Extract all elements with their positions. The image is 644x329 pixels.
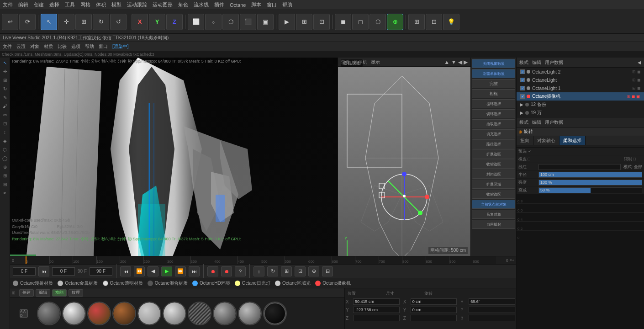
axis-y[interactable]: Y xyxy=(149,14,165,30)
sidebar-icon-paint[interactable]: 🖌 xyxy=(1,102,9,110)
coord-y-size[interactable]: 0 cm xyxy=(411,307,457,313)
coord-p-rot[interactable] xyxy=(469,307,515,313)
menu-item-volume[interactable]: 体积 xyxy=(96,1,106,8)
step-back-btn[interactable]: ⏪ xyxy=(134,266,145,276)
tree-group-wan[interactable]: ▶ 19 万 xyxy=(517,109,644,117)
sidebar-icon-loop[interactable]: ↕ xyxy=(1,128,9,136)
tree-item-octanelight2[interactable]: ✓ OctaneLight 2 ⊞ ◼ xyxy=(517,68,644,76)
key-rot-btn[interactable]: ↻ xyxy=(267,266,278,276)
menu-item-file[interactable]: 文件 xyxy=(3,1,13,8)
sub-menu-cloud[interactable]: 云渲 xyxy=(16,43,26,50)
sidebar-icon-brush[interactable]: ✎ xyxy=(1,93,9,101)
menu-item-script[interactable]: 脚本 xyxy=(251,1,261,8)
sub-menu-file[interactable]: 文件 xyxy=(3,43,12,50)
sidebar-icon-rotate[interactable]: ↻ xyxy=(1,85,9,93)
ops-loop-select[interactable]: 循环选择 xyxy=(472,99,515,108)
ops-close-exclusive[interactable]: 关闭视窗独显 xyxy=(472,59,515,68)
rotate2-tool[interactable]: ↺ xyxy=(110,14,127,30)
mat-thumb-5[interactable] xyxy=(137,302,161,325)
frame-current-input[interactable] xyxy=(13,267,36,276)
record-btn[interactable]: ⏺ xyxy=(207,266,218,276)
props-header-edit[interactable]: 编辑 xyxy=(532,119,541,126)
vp-controls[interactable]: ▲ ▼ ◀ ▶ xyxy=(444,59,468,65)
left-viewport[interactable]: Rendering: 8% Ms/sec: 27.842 Time: 小时: 分… xyxy=(10,58,338,256)
ops-complete[interactable]: 完整 xyxy=(472,79,515,88)
sub-menu-object[interactable]: 对象 xyxy=(30,43,39,50)
menu-item-plugins[interactable]: 插件 xyxy=(214,1,224,8)
tab-object-axis[interactable]: 对象轴心 xyxy=(533,136,560,145)
ops-expand-edge[interactable]: 扩展边区 xyxy=(472,149,515,159)
mat-metal[interactable]: Octane金属材质 xyxy=(58,280,98,287)
mat-mix[interactable]: Octane混合材质 xyxy=(148,280,188,287)
axis-x[interactable]: X xyxy=(132,14,148,30)
undo-button[interactable]: ↩ xyxy=(2,14,18,30)
props-radius-slider[interactable]: 100 cm xyxy=(538,172,642,178)
tree-check-1[interactable]: ✓ xyxy=(520,69,525,74)
menu-item-mesh[interactable]: 网格 xyxy=(80,1,90,8)
coord-x-pos[interactable]: 50.415 cm xyxy=(353,298,400,305)
mat-thumb-10[interactable] xyxy=(263,302,287,325)
props-intensity-slider[interactable]: 100 % xyxy=(538,180,642,186)
scene-collapse-arrow[interactable]: ◀ xyxy=(638,60,641,65)
ops-duplicate[interactable]: 吕复对象 xyxy=(472,210,515,219)
render-btn[interactable]: ▶ xyxy=(279,14,295,30)
play-forward-btn[interactable]: ▶ xyxy=(161,266,172,276)
frame-end-input[interactable] xyxy=(90,267,112,276)
light-btn[interactable]: 💡 xyxy=(443,14,459,30)
ops-convert-state[interactable]: 当前状态转对象 xyxy=(472,200,515,209)
rotate-tool[interactable]: ↻ xyxy=(93,14,109,30)
sidebar-icon-snap[interactable]: ⊞ xyxy=(1,171,9,180)
record-all-btn[interactable]: ⏺ xyxy=(221,266,232,276)
display-gouraud[interactable]: ◼ xyxy=(335,14,351,30)
mat-thumb-9[interactable] xyxy=(238,302,262,325)
vp-header-display[interactable]: 显示 xyxy=(371,59,380,65)
playhead[interactable] xyxy=(26,256,26,264)
sidebar-icon-poly[interactable]: ⬡ xyxy=(1,145,9,154)
props-header-userdata[interactable]: 用户数据 xyxy=(545,119,563,126)
texture-tab[interactable]: 纹理 xyxy=(69,289,83,297)
ops-ring-select[interactable]: 切环选择 xyxy=(472,109,515,118)
render-region[interactable]: ⊞ xyxy=(296,14,312,30)
scene-header-mode[interactable]: 模式 xyxy=(519,59,528,66)
menu-item-edit[interactable]: 编辑 xyxy=(18,1,28,8)
play-fwd-btn[interactable]: ⏩ xyxy=(175,266,186,276)
ops-close-region[interactable]: 封闭选区 xyxy=(472,170,515,179)
mat-area-light[interactable]: Octane区域光 xyxy=(275,280,311,287)
sub-menu-options[interactable]: 选项 xyxy=(71,43,80,50)
menu-item-pipeline[interactable]: 流水线 xyxy=(194,1,209,8)
redo-button[interactable]: ⟳ xyxy=(19,14,36,30)
mat-camera[interactable]: Octane摄象机 xyxy=(315,280,351,287)
mat-thumb-aad[interactable]: A A D xyxy=(12,309,36,318)
sidebar-icon-extrude[interactable]: ⊡ xyxy=(1,119,9,127)
multi-btn[interactable]: ⊡ xyxy=(426,14,442,30)
sidebar-icon-cursor[interactable]: ↖ xyxy=(1,58,9,67)
key-para-btn[interactable]: ⊡ xyxy=(295,266,306,276)
display-wire[interactable]: ◻ xyxy=(352,14,369,30)
vertex-mode[interactable]: ⬦ xyxy=(205,14,222,30)
mat-thumb-6[interactable] xyxy=(163,302,186,325)
sidebar-icon-deform[interactable]: ≈ xyxy=(1,189,9,197)
mat-transparent[interactable]: Octane透明材质 xyxy=(103,280,143,287)
tree-item-octanelight[interactable]: ✓ OctaneLight ⊞ ◼ xyxy=(517,76,644,84)
sub-menu-help[interactable]: 帮助 xyxy=(85,43,94,50)
timeline-ticks[interactable]: 0 50 100 150 200 250 300 350 400 450 500… xyxy=(26,256,496,264)
menu-item-char[interactable]: 角色 xyxy=(178,1,188,8)
coord-z-pos[interactable] xyxy=(353,315,400,321)
menu-item-create[interactable]: 创建 xyxy=(34,1,44,8)
display-quick[interactable]: ⬡ xyxy=(370,14,386,30)
mat-thumb-1[interactable] xyxy=(37,302,61,325)
frame-start-btn[interactable]: ⏮ xyxy=(38,266,49,276)
tab-soft-selection[interactable]: 柔和选择 xyxy=(560,136,586,145)
menu-item-tools[interactable]: 工具 xyxy=(65,1,75,8)
sub-menu-material[interactable]: 材质 xyxy=(44,43,53,50)
tree-group-backup[interactable]: ▶ 12 备份 xyxy=(517,101,644,109)
sidebar-icon-bevel[interactable]: ◈ xyxy=(1,137,9,145)
props-falloff-slider[interactable]: 50 % xyxy=(538,187,642,193)
coord-y-pos[interactable]: -223.768 cm xyxy=(353,307,400,313)
props-color-val[interactable] xyxy=(538,164,621,170)
sidebar-icon-scale[interactable]: ⊞ xyxy=(1,76,9,84)
coord-x-size[interactable]: 0 cm xyxy=(411,298,457,305)
mat-thumb-7[interactable] xyxy=(188,302,211,325)
sidebar-icon-move[interactable]: ✛ xyxy=(1,67,9,75)
sidebar-icon-mirror[interactable]: ⊟ xyxy=(1,180,9,188)
